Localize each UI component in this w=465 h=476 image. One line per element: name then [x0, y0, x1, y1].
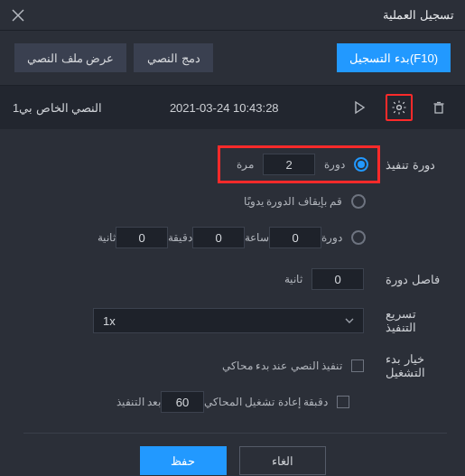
radio-manual-pause[interactable] — [351, 194, 366, 209]
footer: الغاء حفظ — [0, 434, 465, 476]
close-icon — [11, 8, 25, 23]
script-date: 2021-03-24 10:43:28 — [115, 101, 333, 115]
restart-after-minutes-input[interactable] — [161, 391, 204, 413]
manual-pause-label: قم بإيقاف الدورة يدويًا — [244, 195, 342, 208]
settings-form: دورة تنفيذ دورة مرة قم بإيقاف الدورة يدو… — [0, 129, 465, 434]
play-icon — [352, 100, 367, 115]
time-loop-minutes-label: دقيقة — [168, 231, 192, 244]
loop-unit-before: دورة — [324, 158, 345, 171]
speed-value: 1x — [103, 314, 116, 328]
cancel-button[interactable]: الغاء — [239, 446, 326, 475]
svg-marker-2 — [356, 102, 364, 113]
row-loop-exec: دورة تنفيذ دورة مرة — [23, 145, 447, 183]
checkbox-run-on-start[interactable] — [351, 359, 364, 372]
row-restart-after: دقبقة إعادة تشغيل المحاكي بعد التنفيذ — [23, 384, 447, 420]
play-button[interactable] — [346, 94, 373, 121]
speed-select[interactable]: 1x — [93, 308, 364, 333]
script-name: النصي الخاص بي1 — [13, 101, 102, 115]
time-loop-hours-input[interactable] — [192, 227, 245, 248]
loop-unit-after: مرة — [237, 158, 254, 171]
restart-after-prefix: دقبقة إعادة تشغيل المحاكي — [204, 396, 328, 408]
run-on-start-label: تنفيذ النصي عند بدء محاكي — [222, 359, 342, 372]
svg-point-3 — [397, 106, 402, 110]
title-bar: تسجيل العملية — [0, 0, 465, 31]
time-loop-seconds-label: ثانية — [98, 231, 116, 244]
svg-rect-4 — [435, 105, 442, 113]
time-loop-minutes-input[interactable] — [116, 227, 168, 248]
chevron-down-icon — [345, 316, 354, 325]
merge-script-button[interactable]: دمج النصي — [134, 43, 213, 72]
restart-after-suffix: بعد التنفيذ — [116, 396, 161, 408]
radio-time-loop[interactable] — [351, 230, 366, 245]
delete-button[interactable] — [425, 94, 452, 121]
row-time-loop: دورة ساعة دقيقة ثانية — [23, 219, 447, 256]
row-loop-interval: فاصل دورة ثانية — [23, 261, 447, 297]
trash-icon — [432, 100, 446, 115]
gear-icon — [391, 99, 407, 116]
loop-interval-input[interactable] — [312, 268, 364, 290]
settings-button[interactable] — [386, 94, 413, 121]
loop-exec-label: دورة تنفيذ — [380, 158, 447, 172]
row-start-option: خيار بدء التشغيل تنفيذ النصي عند بدء محا… — [23, 348, 447, 384]
show-script-button[interactable]: عرض ملف النصي — [14, 43, 126, 72]
speed-label: تسريع التنفيذ — [380, 307, 447, 334]
save-button[interactable]: حفظ — [140, 446, 227, 475]
row-manual-pause: قم بإيقاف الدورة يدويًا — [23, 183, 447, 219]
checkbox-restart-after[interactable] — [337, 396, 349, 408]
close-button[interactable] — [11, 8, 25, 23]
time-loop-loop-label: دورة — [321, 231, 342, 244]
row-speed: تسريع التنفيذ 1x — [23, 303, 447, 339]
start-option-label: خيار بدء التشغيل — [380, 352, 447, 379]
time-loop-hours-label: ساعة — [245, 231, 269, 244]
start-record-button[interactable]: (F10)بدء التسجيل — [337, 43, 451, 72]
toolbar: (F10)بدء التسجيل دمج النصي عرض ملف النصي — [0, 31, 465, 86]
loop-interval-label: فاصل دورة — [380, 273, 447, 286]
radio-loop-times[interactable] — [354, 157, 368, 172]
loop-interval-seconds-label: ثانية — [284, 273, 302, 285]
loop-times-input[interactable] — [263, 154, 315, 175]
time-loop-loop-input[interactable] — [269, 227, 321, 248]
loop-times-highlight: دورة مرة — [218, 145, 380, 183]
script-bar: النصي الخاص بي1 2021-03-24 10:43:28 — [0, 86, 465, 129]
window-title: تسجيل العملية — [383, 8, 454, 22]
